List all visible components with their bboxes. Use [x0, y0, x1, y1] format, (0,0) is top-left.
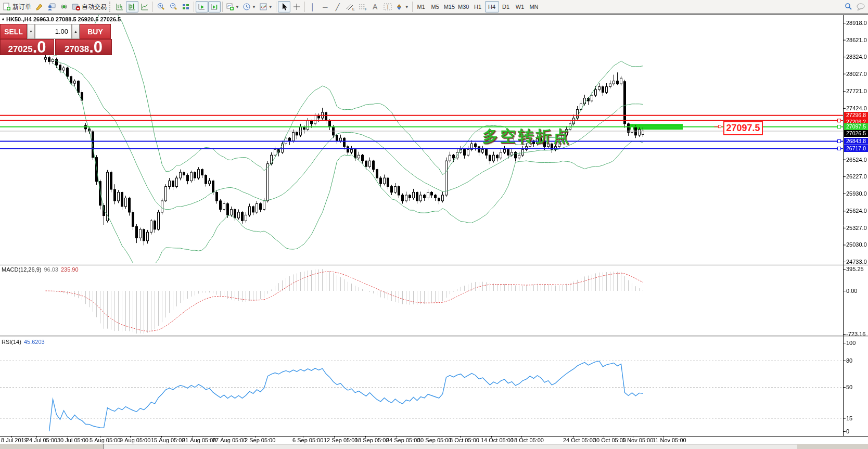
timeframe-h4[interactable]: H4: [485, 1, 499, 12]
price-text-label[interactable]: 27097.5: [723, 121, 763, 135]
bar-chart-icon: [116, 3, 124, 11]
text-button[interactable]: A: [369, 1, 381, 12]
bar-chart-button[interactable]: [113, 1, 126, 12]
symbol-period-label: HK50-,H4: [6, 16, 32, 22]
fibonacci-button[interactable]: F: [356, 1, 369, 12]
cursor-button[interactable]: [278, 1, 290, 12]
price-level-label: 27097.5: [844, 123, 868, 130]
buy-price-main: 27038: [65, 44, 89, 54]
equidistant-channel-icon: E: [346, 3, 355, 11]
ohlc-values: 26963.0 27088.5 26920.5 27026.5: [33, 16, 121, 22]
toolbar-separator: [194, 2, 194, 12]
macd-signal-value: 235.90: [61, 266, 79, 273]
cursor-icon: [280, 3, 288, 11]
sell-button[interactable]: SELL: [0, 24, 27, 39]
buy-price-display[interactable]: 27038.0: [55, 39, 112, 55]
timeframe-h1[interactable]: H1: [471, 1, 485, 12]
macd-name: MACD(12,26,9): [2, 266, 41, 273]
sell-price-fraction: .0: [33, 40, 46, 54]
timeframe-m15[interactable]: M15: [442, 1, 456, 12]
text-label-button[interactable]: T: [381, 1, 394, 12]
zoom-out-button[interactable]: [167, 1, 180, 12]
clock-icon: [242, 3, 251, 11]
metaeditor-button[interactable]: [45, 1, 58, 12]
chat-icon: [856, 3, 865, 11]
new-order-label: 新订单: [12, 3, 31, 11]
timeframe-w1[interactable]: W1: [513, 1, 527, 12]
chevron-down-icon: ▼: [269, 5, 273, 9]
text-icon: A: [373, 3, 377, 11]
rsi-value: 45.6203: [24, 339, 45, 345]
crosshair-button[interactable]: [290, 1, 303, 12]
macd-indicator-label: MACD(12,26,9)96.03235.90: [2, 266, 79, 273]
periods-button[interactable]: ▼: [241, 1, 258, 12]
pencil-button[interactable]: [33, 1, 45, 12]
zoom-in-button[interactable]: [155, 1, 167, 12]
autotrading-label: 自动交易: [82, 3, 107, 11]
rsi-indicator-label: RSI(14)45.6203: [2, 339, 45, 345]
current-price-label: 27026.5: [844, 130, 868, 137]
chart-window-tab[interactable]: [103, 444, 797, 449]
vertical-line-button[interactable]: │: [307, 1, 319, 12]
price-level-label: 27296.8: [844, 112, 868, 119]
tile-windows-button[interactable]: [180, 1, 192, 12]
trendline-icon: ╱: [336, 3, 340, 11]
metatrader-window: 新订单 自动交易 ▼ ▼: [0, 0, 868, 449]
line-chart-button[interactable]: [138, 1, 151, 12]
candlestick-button[interactable]: [126, 1, 138, 12]
volume-increase-button[interactable]: ▲: [72, 24, 80, 39]
svg-text:F: F: [365, 7, 367, 11]
arrows-icon: [395, 3, 404, 11]
timeframe-d1[interactable]: D1: [499, 1, 513, 12]
templates-button[interactable]: ▼: [258, 1, 274, 12]
templates-icon: [259, 3, 267, 11]
timeframe-m5[interactable]: M5: [428, 1, 442, 12]
toolbar-separator: [304, 2, 305, 12]
svg-text:E: E: [352, 7, 355, 11]
chart-canvas[interactable]: [0, 0, 868, 449]
signals-icon: [60, 3, 68, 11]
fibonacci-icon: F: [358, 3, 367, 11]
metaeditor-icon: [47, 3, 56, 11]
equidistant-channel-button[interactable]: E: [344, 1, 356, 12]
rsi-name: RSI(14): [2, 339, 21, 345]
window-tabbar: [0, 444, 868, 449]
new-chart-button[interactable]: ▼: [224, 1, 241, 12]
volume-input[interactable]: 1.00: [35, 24, 72, 39]
toolbar-separator: [276, 2, 276, 12]
timeframe-mn[interactable]: MN: [527, 1, 541, 12]
buy-button[interactable]: BUY: [80, 24, 111, 39]
trendline-button[interactable]: ╱: [331, 1, 344, 12]
autotrading-icon: [72, 3, 80, 11]
price-level-label: 26843.8: [844, 138, 868, 145]
chevron-down-icon: ▼: [235, 5, 239, 9]
volume-decrease-button[interactable]: ▼: [27, 24, 35, 39]
arrows-button[interactable]: ▼: [394, 1, 411, 12]
triangle-down-icon: ▼: [29, 30, 33, 33]
zoom-out-icon: [169, 3, 177, 11]
chevron-down-icon: ▼: [405, 5, 409, 9]
auto-scroll-button[interactable]: [196, 1, 208, 12]
main-toolbar: 新订单 自动交易 ▼ ▼: [0, 0, 868, 15]
crosshair-icon: [292, 3, 301, 11]
signals-button[interactable]: [58, 1, 70, 12]
triangle-up-icon: ▲: [74, 30, 78, 33]
search-button[interactable]: [842, 1, 854, 12]
autotrading-button[interactable]: 自动交易: [70, 1, 108, 12]
search-icon: [844, 3, 852, 11]
chat-button[interactable]: [854, 1, 867, 12]
horizontal-line-button[interactable]: ─: [319, 1, 331, 12]
trade-panel-toggle-icon[interactable]: ▲: [1, 17, 5, 21]
auto-scroll-icon: [198, 3, 206, 11]
candlestick-icon: [128, 3, 136, 11]
new-order-button[interactable]: 新订单: [1, 1, 33, 12]
chart-shift-button[interactable]: [208, 1, 221, 12]
toolbar-grip: [109, 2, 112, 12]
chart-title: HK50-,H4 26963.0 27088.5 26920.5 27026.5: [6, 16, 121, 22]
one-click-trade-panel: SELL ▼ 1.00 ▲ BUY 27025.0 27038.0: [0, 24, 112, 55]
timeframe-m30[interactable]: M30: [456, 1, 470, 12]
sell-price-display[interactable]: 27025.0: [0, 39, 54, 55]
sell-price-main: 27025: [8, 44, 32, 54]
timeframe-m1[interactable]: M1: [414, 1, 428, 12]
turning-point-annotation[interactable]: 多空转折点: [482, 126, 571, 147]
